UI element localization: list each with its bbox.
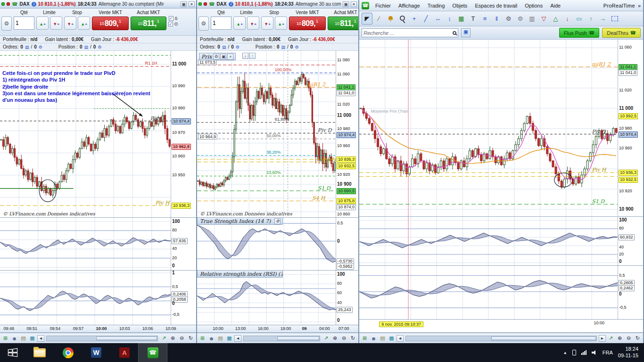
position-list-icon[interactable]: ▤	[84, 45, 89, 49]
notes-icon[interactable]: ▤	[379, 335, 387, 342]
indicator-header[interactable]: True Strength Index (14 7) ⚙ ▣ ×	[197, 218, 283, 225]
buy-market-button[interactable]: 10811,1	[131, 16, 166, 30]
scroll-left-button[interactable]: ◀	[396, 335, 404, 342]
file-explorer-button[interactable]	[25, 343, 54, 362]
indicator-chart-icon[interactable]: ▦	[456, 13, 467, 25]
oscillator-plot[interactable]: True Strength Index (14 7) ⚙ ▣ ×	[197, 218, 336, 270]
display-icon[interactable]	[572, 350, 576, 355]
settings-icon[interactable]: ⚙	[213, 54, 219, 60]
search-box[interactable]	[362, 28, 458, 37]
grid-icon[interactable]: ▦	[225, 335, 233, 342]
grid-icon[interactable]: ▦	[388, 335, 396, 342]
add-chart-icon[interactable]: ⊞	[1, 335, 9, 342]
price-plot[interactable]: miR1 2Moyenne Prix (7ranPiv DPiv HS1 D	[359, 40, 618, 216]
menu-trading[interactable]: Trading	[424, 1, 449, 10]
detach-icon[interactable]: ▣	[220, 54, 226, 60]
oscillator-plot[interactable]: Relative strength index (RSI) (14) ⚙ ▣ ×	[197, 271, 336, 325]
orders-gear-icon[interactable]: ⚙	[39, 45, 42, 49]
language-indicator[interactable]: FRA	[603, 350, 613, 355]
maximize-button[interactable]	[343, 1, 349, 7]
position-gear-icon[interactable]: ⚙	[295, 45, 298, 49]
tools-gear-icon[interactable]: ⚙	[503, 13, 514, 25]
close-button[interactable]	[189, 1, 195, 7]
quantity-input[interactable]	[211, 16, 231, 30]
ruler-icon[interactable]: ∕	[373, 13, 384, 25]
menu-options[interactable]: Options	[521, 1, 546, 10]
scrollbar-thumb[interactable]	[277, 337, 319, 340]
zoom-in-icon[interactable]: ⊕	[331, 335, 339, 342]
speaker-icon[interactable]	[592, 350, 597, 355]
grid-icon[interactable]: ▦	[28, 335, 36, 342]
settings-icon[interactable]: ⚙	[274, 218, 281, 224]
zoom-tool-icon[interactable]	[397, 13, 408, 25]
zoom-out-icon[interactable]: ⊖	[340, 335, 348, 342]
word-button[interactable]	[82, 343, 110, 362]
info-icon[interactable]	[32, 2, 36, 7]
trend-line-icon[interactable]: ╱	[421, 13, 431, 25]
window-titlebar[interactable]: ☎ DAX 10 810,1 (-1,88%) 18:24:33 Allemag…	[197, 0, 358, 8]
notes-icon[interactable]: ▤	[216, 335, 224, 342]
vertical-line-icon[interactable]: ↕	[444, 13, 455, 25]
start-button[interactable]	[0, 343, 25, 362]
zoom-out-icon[interactable]: ⊖	[178, 335, 186, 342]
menu-objets[interactable]: Objets	[449, 1, 471, 10]
scroll-left-button[interactable]: ◀	[234, 335, 241, 342]
add-chart-icon[interactable]: ⊞	[198, 335, 206, 342]
info-icon[interactable]	[229, 2, 233, 7]
buy-limit-button[interactable]: +	[36, 16, 49, 30]
sell-stop-button[interactable]: +	[275, 16, 287, 30]
oco-checkbox[interactable]: O	[168, 22, 178, 26]
workspace-arrows-icon[interactable]: »	[638, 3, 641, 8]
menu-fichier[interactable]: Fichier	[372, 1, 395, 10]
zoom-out-icon[interactable]: ⊖	[625, 335, 633, 342]
pattern-down-icon[interactable]: ▽	[538, 13, 549, 25]
alarm-bell-icon[interactable]	[385, 13, 396, 25]
fibonacci-icon[interactable]: ≡	[479, 13, 490, 25]
buy-arrow-icon[interactable]: ↑	[249, 53, 256, 59]
flat-position-icon[interactable]: ▭	[574, 13, 585, 25]
buy-market-button[interactable]: 10811,1	[328, 16, 358, 30]
selection-box-icon[interactable]	[609, 13, 620, 25]
clock[interactable]: 18:24 09-11-15	[618, 346, 638, 359]
quantity-input[interactable]	[14, 16, 34, 30]
menu-affichage[interactable]: Affichage	[395, 1, 424, 10]
pan-icon[interactable]: ↗	[322, 335, 330, 342]
buy-order-icon[interactable]: ↑	[586, 13, 596, 25]
cursor-icon[interactable]: ◤	[362, 13, 372, 25]
pattern-up-icon[interactable]: △	[550, 13, 561, 25]
close-button[interactable]	[351, 1, 357, 7]
window-titlebar[interactable]: ☎ DAX 10 810,1 (-1,88%) 18:24:33 Allemag…	[0, 0, 196, 8]
sell-market-button[interactable]: 10809,1	[92, 16, 129, 30]
sell-limit-button[interactable]: +	[247, 16, 259, 30]
price-plot[interactable]: Prix ⚙▣× ↓↑ © LVFinance.com Données indi…	[197, 51, 336, 217]
forward-icon[interactable]: →	[597, 13, 608, 25]
chart-scrollbar[interactable]	[46, 336, 158, 341]
detach-icon[interactable]: ▣	[282, 218, 283, 224]
zoom-in-icon[interactable]: ⊕	[616, 335, 624, 342]
menu-espaces[interactable]: Espaces de travail	[471, 1, 521, 10]
text-tool-icon[interactable]: T	[468, 13, 479, 25]
scroll-right-button[interactable]: ▶	[599, 335, 606, 342]
settings-gear-icon[interactable]: ⚙	[515, 13, 526, 25]
zoom-reset-icon[interactable]: ↻	[187, 335, 195, 342]
sell-limit-button[interactable]: +	[50, 16, 62, 30]
maximize-button[interactable]	[181, 1, 187, 7]
chart-scrollbar[interactable]	[405, 336, 597, 341]
trader-icon[interactable]: ☻	[10, 335, 18, 342]
orders-list-icon[interactable]: ▤	[25, 45, 29, 49]
close-icon[interactable]: ×	[227, 54, 233, 60]
sell-arrow-icon[interactable]: ↓	[242, 53, 248, 59]
screen-share-icon[interactable]: ▣	[461, 28, 471, 37]
menu-aide[interactable]: Aide	[546, 1, 564, 10]
crosshair-icon[interactable]: +	[409, 13, 420, 25]
pan-icon[interactable]: ↗	[160, 335, 168, 342]
buy-limit-button[interactable]: +	[233, 16, 246, 30]
trash-icon[interactable]: ▥	[527, 13, 537, 25]
buy-stop-button[interactable]: +	[261, 16, 273, 30]
search-input[interactable]	[363, 30, 453, 36]
tray-expand-icon[interactable]: ▲	[563, 351, 567, 355]
order-settings-button[interactable]: ⚙	[1, 16, 12, 31]
oscillator-plot[interactable]	[359, 217, 618, 265]
dealthru-button[interactable]: DealThru☎	[602, 28, 641, 38]
horizontal-line-icon[interactable]: ↔	[432, 13, 443, 25]
